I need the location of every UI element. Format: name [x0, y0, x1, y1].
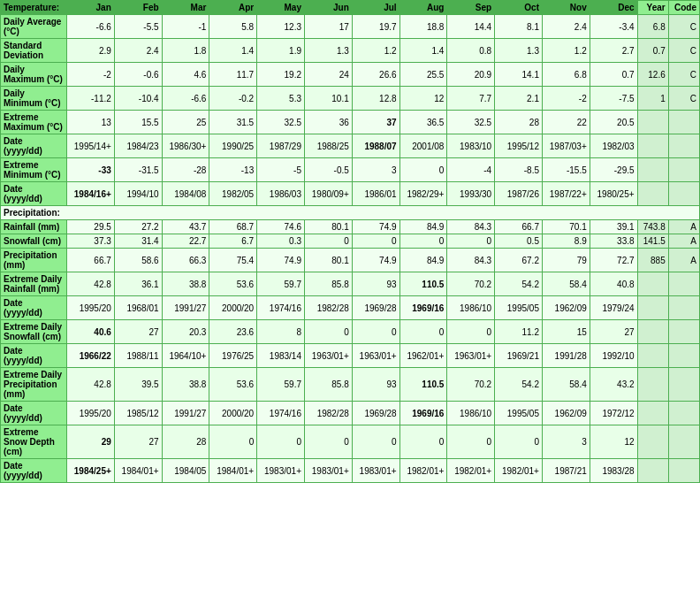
cell-value: -5 [257, 158, 305, 182]
cell-value: -0.5 [304, 158, 352, 182]
col-header-jun: Jun [304, 1, 352, 15]
row-label: Extreme Minimum (°C) [1, 158, 67, 182]
cell-value: 2.9 [67, 39, 115, 63]
cell-value: 85.8 [304, 368, 352, 402]
cell-value: 1962/01+ [399, 344, 447, 368]
cell-value: 1982/05 [209, 182, 257, 206]
cell-value: 1974/16 [257, 296, 305, 320]
cell-value: 1982/28 [304, 296, 352, 320]
cell-value [668, 459, 699, 483]
cell-value: 0 [447, 234, 495, 249]
cell-value: -33 [67, 158, 115, 182]
cell-value: 1986/10 [447, 402, 495, 425]
cell-value: 70.1 [542, 220, 590, 234]
cell-value: 1982/01+ [399, 459, 447, 483]
cell-value: 24 [304, 63, 352, 87]
col-header-dec: Dec [590, 1, 637, 15]
cell-value [637, 134, 668, 158]
cell-value: 15 [542, 320, 590, 344]
cell-value [637, 158, 668, 182]
cell-value [637, 459, 668, 483]
cell-value: 12.8 [352, 87, 399, 111]
cell-value: -0.2 [209, 87, 257, 111]
cell-value: 1969/21 [495, 344, 543, 368]
table-row: Extreme Snow Depth (cm)2927280000000312 [1, 425, 700, 459]
cell-value: 1982/28 [304, 402, 352, 425]
cell-value [637, 368, 668, 402]
cell-value: 1987/26 [495, 182, 543, 206]
cell-value: 1.2 [352, 39, 399, 63]
row-label: Extreme Maximum (°C) [1, 111, 67, 134]
cell-value: 58.4 [542, 272, 590, 296]
cell-value: 39.1 [590, 220, 637, 234]
cell-value: 1983/28 [590, 459, 637, 483]
cell-value: 66.7 [67, 249, 115, 272]
cell-value: A [668, 234, 699, 249]
cell-value: -7.5 [590, 87, 637, 111]
cell-value: 20.5 [590, 111, 637, 134]
cell-value: 74.9 [352, 249, 399, 272]
cell-value: -31.5 [114, 158, 162, 182]
cell-value: 1982/29+ [399, 182, 447, 206]
cell-value: 1980/09+ [304, 182, 352, 206]
cell-value: 33.8 [590, 234, 637, 249]
cell-value: 1986/10 [447, 296, 495, 320]
cell-value: 1984/05 [162, 459, 209, 483]
cell-value: 19.2 [257, 63, 305, 87]
cell-value: 12.6 [637, 63, 668, 87]
cell-value: 0.8 [447, 39, 495, 63]
cell-value: 1966/22 [67, 344, 115, 368]
cell-value: 4.6 [162, 63, 209, 87]
table-row: Date (yyyy/dd)1966/221988/111964/10+1976… [1, 344, 700, 368]
cell-value: 141.5 [637, 234, 668, 249]
section-header-precipitation: Precipitation: [1, 206, 700, 220]
col-header-mar: Mar [162, 1, 209, 15]
cell-value: 0.3 [257, 234, 305, 249]
cell-value: 1968/01 [114, 296, 162, 320]
row-label: Snowfall (cm) [1, 234, 67, 249]
cell-value: 1982/03 [590, 134, 637, 158]
cell-value: 40.8 [590, 272, 637, 296]
cell-value: 0 [352, 425, 399, 459]
cell-value: 1983/01+ [352, 459, 399, 483]
cell-value: -2 [67, 63, 115, 87]
cell-value: 43.2 [590, 368, 637, 402]
cell-value: -28 [162, 158, 209, 182]
table-row: Extreme Daily Precipitation (mm)42.839.5… [1, 368, 700, 402]
cell-value: 1.4 [399, 39, 447, 63]
cell-value: 28 [495, 111, 543, 134]
cell-value: 1995/12 [495, 134, 543, 158]
cell-value: 53.6 [209, 368, 257, 402]
cell-value: 1986/30+ [162, 134, 209, 158]
cell-value: -10.4 [114, 87, 162, 111]
row-label: Daily Average (°C) [1, 15, 67, 39]
cell-value: 20.9 [447, 63, 495, 87]
cell-value [668, 296, 699, 320]
cell-value: C [668, 87, 699, 111]
cell-value: 70.2 [447, 368, 495, 402]
cell-value [668, 134, 699, 158]
table-row: Snowfall (cm)37.331.422.76.70.300000.58.… [1, 234, 700, 249]
cell-value: 25.5 [399, 63, 447, 87]
cell-value: 1995/14+ [67, 134, 115, 158]
cell-value: 27.2 [114, 220, 162, 234]
cell-value: 2.4 [542, 15, 590, 39]
row-label: Date (yyyy/dd) [1, 459, 67, 483]
cell-value: 84.9 [399, 220, 447, 234]
row-label: Extreme Snow Depth (cm) [1, 425, 67, 459]
cell-value: 1987/03+ [542, 134, 590, 158]
cell-value: 1987/22+ [542, 182, 590, 206]
cell-value: 3 [542, 425, 590, 459]
cell-value: -6.6 [162, 87, 209, 111]
cell-value [637, 111, 668, 134]
cell-value: 74.9 [352, 220, 399, 234]
cell-value: 58.6 [114, 249, 162, 272]
cell-value: 37.3 [67, 234, 115, 249]
cell-value: 1974/16 [257, 402, 305, 425]
cell-value: 1991/27 [162, 296, 209, 320]
row-label: Date (yyyy/dd) [1, 344, 67, 368]
cell-value: 1983/10 [447, 134, 495, 158]
col-header-label: Temperature: [1, 1, 67, 15]
cell-value: 0 [399, 320, 447, 344]
cell-value: 2000/20 [209, 402, 257, 425]
